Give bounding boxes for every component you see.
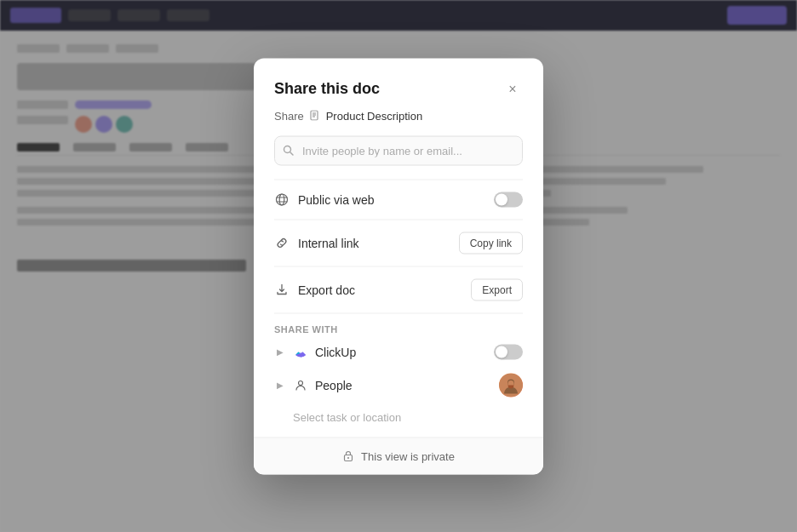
people-icon bbox=[293, 377, 308, 392]
clickup-name: ClickUp bbox=[315, 345, 487, 358]
search-container bbox=[274, 135, 523, 165]
clickup-row: ▶ ClickUp bbox=[274, 337, 523, 366]
link-icon bbox=[274, 235, 290, 250]
private-label: This view is private bbox=[361, 449, 455, 462]
modal-header: Share this doc × bbox=[274, 78, 523, 99]
share-with-label: SHARE WITH bbox=[274, 323, 523, 334]
lock-icon bbox=[342, 450, 354, 462]
close-button[interactable]: × bbox=[502, 78, 523, 99]
internal-link-row: Internal link Copy link bbox=[274, 223, 523, 262]
export-button[interactable]: Export bbox=[471, 278, 523, 300]
clickup-expand-icon[interactable]: ▶ bbox=[274, 346, 286, 358]
public-via-web-toggle[interactable] bbox=[494, 192, 523, 207]
svg-point-7 bbox=[279, 194, 284, 205]
public-via-web-row: Public via web bbox=[274, 183, 523, 215]
modal-title: Share this doc bbox=[274, 80, 380, 98]
share-modal: Share this doc × Share Product Descripti… bbox=[254, 58, 543, 474]
modal-subtitle: Share Product Description bbox=[274, 109, 523, 122]
copy-link-button[interactable]: Copy link bbox=[459, 232, 523, 254]
select-task-row: Select task or location bbox=[274, 403, 523, 430]
svg-point-15 bbox=[347, 457, 349, 459]
doc-icon bbox=[309, 110, 321, 122]
export-doc-label: Export doc bbox=[298, 283, 462, 296]
people-expand-icon[interactable]: ▶ bbox=[274, 379, 286, 391]
export-doc-row: Export doc Export bbox=[274, 270, 523, 309]
doc-name: Product Description bbox=[326, 109, 422, 122]
people-row: ▶ People bbox=[274, 366, 523, 403]
export-icon bbox=[274, 282, 290, 297]
internal-link-label: Internal link bbox=[298, 236, 450, 249]
clickup-toggle[interactable] bbox=[494, 344, 523, 359]
modal-footer: This view is private bbox=[254, 437, 543, 474]
globe-icon bbox=[274, 192, 290, 207]
svg-point-10 bbox=[299, 380, 303, 385]
clickup-logo-icon bbox=[293, 344, 308, 359]
svg-point-6 bbox=[277, 194, 288, 205]
select-task-text: Select task or location bbox=[293, 410, 401, 423]
people-name: People bbox=[315, 378, 492, 392]
search-input[interactable] bbox=[274, 135, 523, 165]
share-prefix: Share bbox=[274, 109, 304, 122]
avatar bbox=[499, 373, 523, 397]
public-via-web-label: Public via web bbox=[298, 192, 485, 206]
